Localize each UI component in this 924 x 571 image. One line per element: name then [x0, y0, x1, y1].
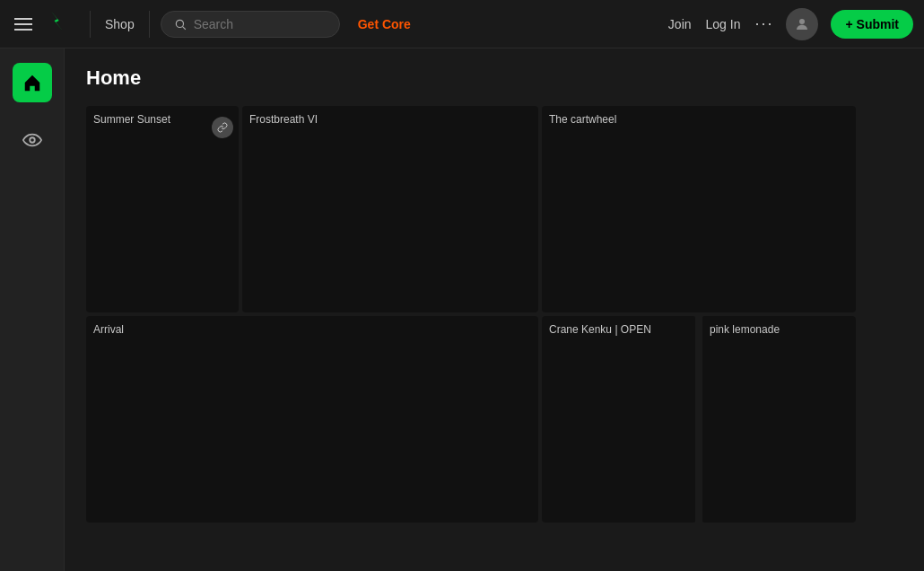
svg-point-2	[799, 19, 805, 24]
artwork-badge-1	[212, 117, 233, 138]
get-core-link[interactable]: Get Core	[358, 17, 411, 31]
hamburger-menu[interactable]	[11, 14, 36, 34]
home-icon	[22, 73, 42, 92]
artwork-label-2: Frostbreath VI	[249, 113, 318, 126]
artwork-card-3[interactable]: The cartwheel	[542, 106, 856, 312]
more-menu-button[interactable]: ···	[754, 14, 773, 33]
artwork-label-1: Summer Sunset	[93, 113, 170, 126]
link-icon	[217, 122, 228, 133]
site-logo[interactable]	[45, 8, 70, 40]
person-icon	[794, 16, 810, 32]
artwork-label-4: Arrival	[93, 323, 124, 336]
search-input[interactable]	[194, 17, 319, 31]
artwork-label-6: pink lemonade	[710, 323, 780, 336]
search-icon	[174, 18, 187, 31]
artwork-card-2[interactable]: Frostbreath VI	[242, 106, 538, 312]
sidebar-item-home[interactable]	[13, 63, 52, 102]
search-bar[interactable]	[161, 11, 340, 38]
artwork-grid: Summer Sunset Frostbreath VI The cartwhe…	[86, 106, 902, 523]
shop-link[interactable]: Shop	[101, 17, 138, 31]
artwork-label-3: The cartwheel	[549, 113, 616, 126]
svg-line-1	[182, 26, 185, 29]
nav-divider-1	[90, 11, 91, 38]
artwork-card-1[interactable]: Summer Sunset	[86, 106, 239, 312]
artwork-card-5[interactable]: Crane Kenku | OPEN	[542, 316, 695, 523]
join-button[interactable]: Join	[668, 17, 692, 31]
watch-icon	[22, 130, 42, 150]
main-content: Home Summer Sunset Frostbreath VI The ca…	[65, 48, 924, 571]
app-body: Home Summer Sunset Frostbreath VI The ca…	[0, 48, 924, 571]
sidebar	[0, 48, 65, 571]
submit-button[interactable]: + Submit	[831, 10, 913, 39]
artwork-label-5: Crane Kenku | OPEN	[549, 323, 651, 336]
svg-point-0	[176, 20, 183, 27]
nav-divider-2	[149, 11, 150, 38]
svg-point-3	[30, 137, 35, 143]
artwork-card-4[interactable]: Arrival	[86, 316, 538, 523]
artwork-card-56: Crane Kenku | OPEN pink lemonade	[542, 316, 856, 523]
artwork-card-6[interactable]: pink lemonade	[702, 316, 856, 523]
sidebar-item-activity[interactable]	[13, 120, 52, 160]
page-title: Home	[86, 66, 902, 90]
navbar: Shop Get Core Join Log In ··· + Submit	[0, 0, 924, 48]
user-avatar[interactable]	[786, 8, 818, 40]
login-button[interactable]: Log In	[706, 17, 741, 31]
